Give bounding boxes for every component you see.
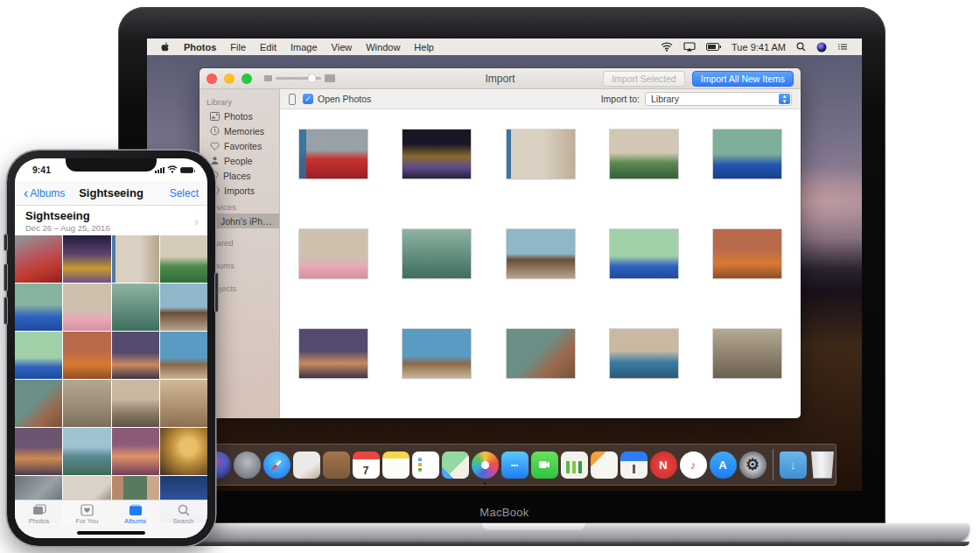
tab-search[interactable]: Search <box>164 504 204 525</box>
photo-cart-alley[interactable] <box>160 380 207 427</box>
dock-trash-icon[interactable] <box>809 452 836 479</box>
macbook-base <box>98 523 970 542</box>
notification-center-icon[interactable] <box>837 43 848 52</box>
dock-itunes-icon[interactable]: ♪ <box>680 452 707 479</box>
menu-view[interactable]: View <box>332 42 353 52</box>
spotlight-search-icon[interactable] <box>796 42 806 52</box>
photo-golden-lights[interactable] <box>160 428 207 475</box>
photo-orange-truck[interactable] <box>713 229 781 278</box>
dock-facetime-icon[interactable] <box>531 452 558 479</box>
photo-night-chandelier[interactable] <box>63 235 110 283</box>
photo-teal-facade[interactable] <box>402 229 471 278</box>
dock-divider <box>773 449 774 480</box>
iphone: 9:41 ‹ Albums Sightseeing Select Sightse… <box>7 150 215 546</box>
photo-donkey-cart[interactable] <box>160 332 207 379</box>
window-titlebar[interactable]: Import Import Selected Import All New It… <box>200 68 801 89</box>
import-toolbar: ✓ Open Photos Import to: Library ▲▼ <box>280 89 801 109</box>
sidebar-item-people[interactable]: People <box>200 153 279 168</box>
photo-teal-facade[interactable] <box>112 284 159 331</box>
dock-maps-icon[interactable] <box>442 452 469 479</box>
wifi-icon[interactable] <box>661 42 673 52</box>
sidebar-item-photos[interactable]: Photos <box>200 108 279 123</box>
photo-blue-car-old-street[interactable] <box>610 329 678 378</box>
dock-notes-icon[interactable] <box>382 452 410 479</box>
menu-clock[interactable]: Tue 9:41 AM <box>732 42 786 52</box>
photo-horse-cart[interactable] <box>507 229 575 278</box>
dock-contacts-icon[interactable] <box>323 452 350 479</box>
photo-old-sign[interactable] <box>15 380 62 427</box>
photo-old-door[interactable] <box>112 235 159 283</box>
photo-coastal-cliffs[interactable] <box>63 428 110 475</box>
dock-mail-icon[interactable] <box>293 452 320 479</box>
photo-blue-car-teal-building[interactable] <box>15 284 62 331</box>
photo-valley-sunset[interactable] <box>299 329 368 378</box>
select-button[interactable]: Select <box>170 187 199 200</box>
dock-downloads-icon[interactable]: ↓ <box>780 452 807 479</box>
photo-old-sign[interactable] <box>507 329 575 378</box>
photo-blue-car-mint-wall[interactable] <box>15 332 62 379</box>
large-thumb-icon <box>325 74 335 82</box>
photo-horse-cart[interactable] <box>160 284 207 331</box>
photo-pink-car[interactable] <box>299 229 368 278</box>
tab-for-you[interactable]: For You <box>67 504 108 525</box>
tab-photos[interactable]: Photos <box>19 504 60 525</box>
import-all-button[interactable]: Import All New Items <box>692 71 794 87</box>
active-app-name[interactable]: Photos <box>184 42 216 52</box>
airplay-display-icon[interactable] <box>683 42 696 52</box>
photo-orange-truck[interactable] <box>63 332 110 379</box>
photo-street-dome[interactable] <box>713 329 781 378</box>
photo-night-building[interactable] <box>402 130 471 178</box>
menu-image[interactable]: Image <box>290 42 318 52</box>
dock-pages-icon[interactable] <box>591 452 618 479</box>
dock-app-store-icon[interactable]: A <box>710 452 737 479</box>
iphone-nav-bar: ‹ Albums Sightseeing Select <box>15 181 207 206</box>
back-to-albums-button[interactable]: ‹ Albums <box>24 187 65 200</box>
dock-calendar-icon[interactable]: 7 <box>353 452 380 479</box>
photo-green-car[interactable] <box>160 235 207 283</box>
photo-old-walls-dome[interactable] <box>63 380 110 427</box>
home-indicator[interactable] <box>77 531 145 535</box>
dock-reminders-icon[interactable] <box>412 452 439 479</box>
photo-sunset-hills[interactable] <box>15 428 62 475</box>
photo-blue-car-mint-wall[interactable] <box>610 229 678 278</box>
photo-donkey-cart[interactable] <box>402 329 471 378</box>
dock-launchpad-icon[interactable] <box>234 452 261 479</box>
battery-icon[interactable] <box>706 43 721 51</box>
photo-red-classic-car[interactable] <box>299 130 368 178</box>
slider-thumb[interactable] <box>308 74 316 82</box>
menu-window[interactable]: Window <box>366 42 400 52</box>
device-iphone-icon <box>289 94 296 105</box>
photo-red-classic-car[interactable] <box>15 235 62 283</box>
import-selected-button[interactable]: Import Selected <box>603 71 685 87</box>
siri-icon[interactable] <box>816 42 827 52</box>
menu-file[interactable]: File <box>230 42 246 52</box>
photo-blue-car-green-building[interactable] <box>713 130 781 178</box>
sidebar-item-favorites[interactable]: Favorites <box>200 138 279 153</box>
dock-system-preferences-icon[interactable]: ⚙ <box>739 452 766 479</box>
dock-photos-icon[interactable] <box>472 452 499 479</box>
menu-help[interactable]: Help <box>414 42 434 52</box>
minimize-window-button[interactable] <box>224 74 234 84</box>
album-header[interactable]: Sightseeing Dec 26 – Aug 25, 2016 › <box>15 206 207 235</box>
dock-numbers-icon[interactable] <box>561 452 588 479</box>
import-destination-select[interactable]: Library ▲▼ <box>645 92 792 106</box>
open-photos-checkbox[interactable]: ✓ <box>303 94 313 104</box>
menu-edit[interactable]: Edit <box>260 42 276 52</box>
photo-narrow-street[interactable] <box>112 380 159 427</box>
macbook-device-label: MacBook <box>147 506 862 519</box>
photo-pink-car[interactable] <box>63 284 110 331</box>
photo-valley-sunset[interactable] <box>112 332 159 379</box>
dock-news-icon[interactable]: N <box>650 452 677 479</box>
dock-messages-icon[interactable]: ••• <box>501 452 528 479</box>
tab-albums[interactable]: Albums <box>116 504 156 525</box>
sidebar-item-memories[interactable]: Memories <box>200 123 279 138</box>
thumbnail-size-slider[interactable] <box>264 74 335 82</box>
zoom-window-button[interactable] <box>242 74 252 84</box>
photo-green-car[interactable] <box>610 130 678 178</box>
close-window-button[interactable] <box>206 74 217 84</box>
photo-bridge-sunset[interactable] <box>112 428 159 475</box>
dock-keynote-icon[interactable] <box>620 452 648 479</box>
dock-safari-icon[interactable] <box>263 452 290 479</box>
photo-old-door[interactable] <box>507 130 575 178</box>
apple-logo-icon[interactable] <box>161 42 170 52</box>
